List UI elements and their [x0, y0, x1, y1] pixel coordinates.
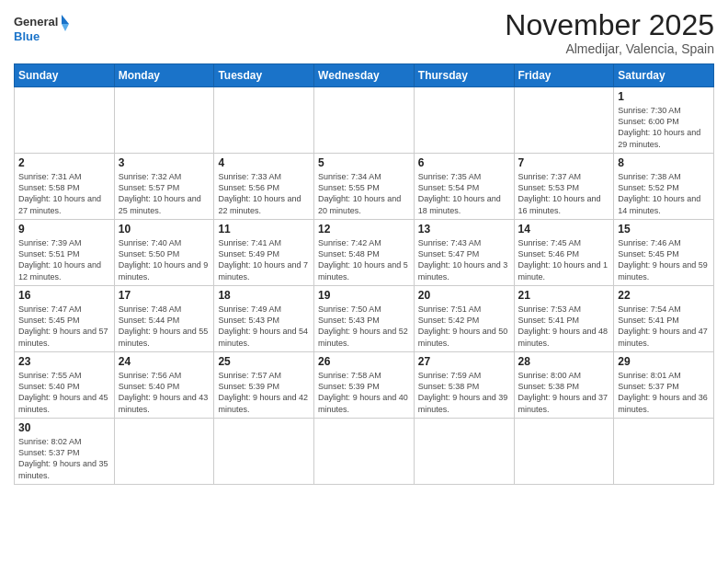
- calendar-cell: [214, 419, 314, 485]
- svg-text:Blue: Blue: [14, 29, 40, 43]
- week-row-3: 16Sunrise: 7:47 AM Sunset: 5:45 PM Dayli…: [15, 286, 714, 352]
- day-info: Sunrise: 7:35 AM Sunset: 5:54 PM Dayligh…: [418, 171, 510, 216]
- day-info: Sunrise: 7:55 AM Sunset: 5:40 PM Dayligh…: [18, 370, 110, 415]
- calendar-cell: [15, 87, 115, 154]
- calendar-cell: [514, 419, 614, 485]
- day-info: Sunrise: 7:50 AM Sunset: 5:43 PM Dayligh…: [318, 304, 410, 349]
- day-info: Sunrise: 7:32 AM Sunset: 5:57 PM Dayligh…: [119, 171, 210, 216]
- calendar-cell: [114, 419, 214, 485]
- calendar-cell: [514, 87, 614, 154]
- month-title: November 2025: [505, 9, 714, 41]
- day-info: Sunrise: 8:01 AM Sunset: 5:37 PM Dayligh…: [618, 370, 710, 415]
- weekday-header-sunday: Sunday: [15, 64, 115, 87]
- calendar-cell: [414, 87, 514, 154]
- day-number: 21: [518, 289, 610, 302]
- week-row-1: 2Sunrise: 7:31 AM Sunset: 5:58 PM Daylig…: [15, 154, 714, 220]
- weekday-header-tuesday: Tuesday: [214, 64, 314, 87]
- calendar-cell: 16Sunrise: 7:47 AM Sunset: 5:45 PM Dayli…: [15, 286, 115, 352]
- weekday-header-row: SundayMondayTuesdayWednesdayThursdayFrid…: [15, 64, 714, 87]
- day-info: Sunrise: 7:56 AM Sunset: 5:40 PM Dayligh…: [119, 370, 210, 415]
- logo-svg: General Blue: [14, 9, 69, 50]
- calendar-cell: 17Sunrise: 7:48 AM Sunset: 5:44 PM Dayli…: [114, 286, 214, 352]
- day-info: Sunrise: 7:53 AM Sunset: 5:41 PM Dayligh…: [518, 304, 610, 349]
- calendar-cell: 7Sunrise: 7:37 AM Sunset: 5:53 PM Daylig…: [514, 154, 614, 220]
- day-info: Sunrise: 7:33 AM Sunset: 5:56 PM Dayligh…: [218, 171, 310, 216]
- calendar-cell: 29Sunrise: 8:01 AM Sunset: 5:37 PM Dayli…: [614, 352, 714, 419]
- calendar-cell: 21Sunrise: 7:53 AM Sunset: 5:41 PM Dayli…: [514, 286, 614, 352]
- calendar-cell: 30Sunrise: 8:02 AM Sunset: 5:37 PM Dayli…: [15, 419, 115, 485]
- calendar-cell: 27Sunrise: 7:59 AM Sunset: 5:38 PM Dayli…: [414, 352, 514, 419]
- calendar-cell: 5Sunrise: 7:34 AM Sunset: 5:55 PM Daylig…: [314, 154, 415, 220]
- day-number: 7: [518, 156, 610, 169]
- day-info: Sunrise: 7:54 AM Sunset: 5:41 PM Dayligh…: [618, 304, 710, 349]
- day-number: 2: [18, 156, 110, 169]
- day-info: Sunrise: 7:46 AM Sunset: 5:45 PM Dayligh…: [618, 237, 710, 282]
- day-number: 16: [18, 289, 110, 302]
- day-info: Sunrise: 7:37 AM Sunset: 5:53 PM Dayligh…: [518, 171, 610, 216]
- day-number: 11: [218, 223, 310, 236]
- day-number: 17: [119, 289, 210, 302]
- calendar-cell: [214, 87, 314, 154]
- day-number: 10: [119, 223, 210, 236]
- calendar-cell: 14Sunrise: 7:45 AM Sunset: 5:46 PM Dayli…: [514, 220, 614, 286]
- calendar-cell: 8Sunrise: 7:38 AM Sunset: 5:52 PM Daylig…: [614, 154, 714, 220]
- day-number: 5: [318, 156, 410, 169]
- calendar-cell: [314, 87, 415, 154]
- calendar-cell: 9Sunrise: 7:39 AM Sunset: 5:51 PM Daylig…: [15, 220, 115, 286]
- day-info: Sunrise: 7:47 AM Sunset: 5:45 PM Dayligh…: [18, 304, 110, 349]
- day-number: 3: [119, 156, 210, 169]
- calendar-cell: 6Sunrise: 7:35 AM Sunset: 5:54 PM Daylig…: [414, 154, 514, 220]
- day-number: 27: [418, 355, 510, 368]
- header: General Blue November 2025 Almedijar, Va…: [14, 9, 714, 56]
- calendar-cell: 12Sunrise: 7:42 AM Sunset: 5:48 PM Dayli…: [314, 220, 415, 286]
- day-number: 26: [318, 355, 410, 368]
- calendar-cell: [614, 419, 714, 485]
- week-row-4: 23Sunrise: 7:55 AM Sunset: 5:40 PM Dayli…: [15, 352, 714, 419]
- day-info: Sunrise: 7:34 AM Sunset: 5:55 PM Dayligh…: [318, 171, 410, 216]
- day-number: 28: [518, 355, 610, 368]
- weekday-header-wednesday: Wednesday: [314, 64, 415, 87]
- calendar-cell: 25Sunrise: 7:57 AM Sunset: 5:39 PM Dayli…: [214, 352, 314, 419]
- day-number: 20: [418, 289, 510, 302]
- calendar-cell: 24Sunrise: 7:56 AM Sunset: 5:40 PM Dayli…: [114, 352, 214, 419]
- calendar-cell: 13Sunrise: 7:43 AM Sunset: 5:47 PM Dayli…: [414, 220, 514, 286]
- day-info: Sunrise: 7:59 AM Sunset: 5:38 PM Dayligh…: [418, 370, 510, 415]
- svg-text:General: General: [14, 15, 58, 29]
- calendar-cell: 4Sunrise: 7:33 AM Sunset: 5:56 PM Daylig…: [214, 154, 314, 220]
- day-number: 8: [618, 156, 710, 169]
- day-number: 22: [618, 289, 710, 302]
- day-number: 9: [18, 223, 110, 236]
- day-info: Sunrise: 7:39 AM Sunset: 5:51 PM Dayligh…: [18, 237, 110, 282]
- day-info: Sunrise: 7:31 AM Sunset: 5:58 PM Dayligh…: [18, 171, 110, 216]
- weekday-header-thursday: Thursday: [414, 64, 514, 87]
- day-info: Sunrise: 7:45 AM Sunset: 5:46 PM Dayligh…: [518, 237, 610, 282]
- calendar-cell: [114, 87, 214, 154]
- day-number: 4: [218, 156, 310, 169]
- day-info: Sunrise: 7:58 AM Sunset: 5:39 PM Dayligh…: [318, 370, 410, 415]
- calendar-cell: 2Sunrise: 7:31 AM Sunset: 5:58 PM Daylig…: [15, 154, 115, 220]
- day-number: 30: [18, 421, 110, 434]
- day-info: Sunrise: 7:41 AM Sunset: 5:49 PM Dayligh…: [218, 237, 310, 282]
- day-info: Sunrise: 7:49 AM Sunset: 5:43 PM Dayligh…: [218, 304, 310, 349]
- day-info: Sunrise: 7:42 AM Sunset: 5:48 PM Dayligh…: [318, 237, 410, 282]
- week-row-5: 30Sunrise: 8:02 AM Sunset: 5:37 PM Dayli…: [15, 419, 714, 485]
- day-info: Sunrise: 7:57 AM Sunset: 5:39 PM Dayligh…: [218, 370, 310, 415]
- weekday-header-friday: Friday: [514, 64, 614, 87]
- day-number: 29: [618, 355, 710, 368]
- day-number: 25: [218, 355, 310, 368]
- svg-marker-3: [62, 24, 69, 31]
- calendar-cell: [314, 419, 415, 485]
- weekday-header-monday: Monday: [114, 64, 214, 87]
- day-info: Sunrise: 8:00 AM Sunset: 5:38 PM Dayligh…: [518, 370, 610, 415]
- location: Almedijar, Valencia, Spain: [505, 41, 714, 56]
- day-info: Sunrise: 7:30 AM Sunset: 6:00 PM Dayligh…: [618, 105, 710, 150]
- logo: General Blue: [14, 9, 69, 50]
- calendar-cell: [414, 419, 514, 485]
- day-number: 1: [618, 90, 710, 103]
- calendar-cell: 11Sunrise: 7:41 AM Sunset: 5:49 PM Dayli…: [214, 220, 314, 286]
- day-number: 6: [418, 156, 510, 169]
- day-number: 24: [119, 355, 210, 368]
- svg-marker-2: [62, 15, 69, 24]
- calendar-cell: 19Sunrise: 7:50 AM Sunset: 5:43 PM Dayli…: [314, 286, 415, 352]
- calendar-cell: 22Sunrise: 7:54 AM Sunset: 5:41 PM Dayli…: [614, 286, 714, 352]
